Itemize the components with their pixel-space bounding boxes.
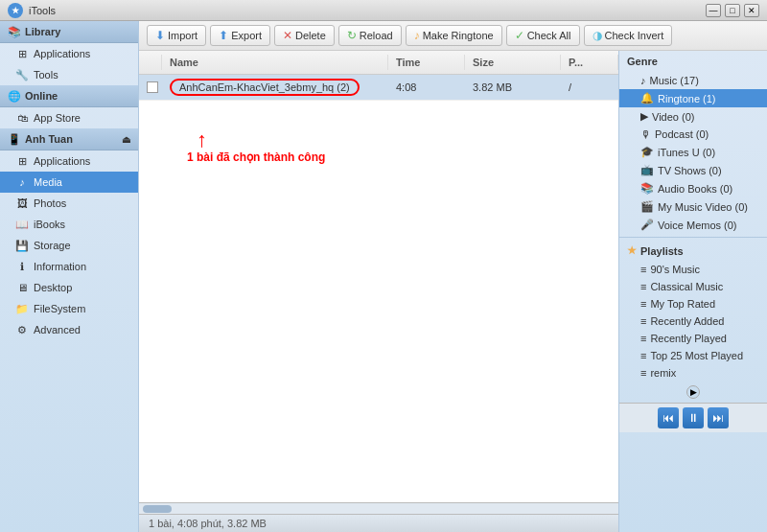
music-video-icon: 🎬: [640, 200, 654, 213]
genre-video[interactable]: ▶ Video (0): [619, 107, 767, 126]
delete-button[interactable]: ✕ Delete: [274, 25, 335, 46]
sidebar-item-media[interactable]: ♪ Media: [0, 172, 138, 193]
genre-header: Genre: [619, 51, 767, 72]
sidebar-section-library: 📚 Library: [0, 21, 138, 43]
table-row[interactable]: AnhCanEm-KhacViet_3ebmy_hq (2) 4:08 3.82…: [139, 75, 618, 101]
annotation-text: 1 bài đã chọn thành công: [187, 150, 325, 164]
table-header: Name Time Size P...: [139, 51, 618, 75]
playlist-icon-0: ≡: [640, 264, 646, 275]
playlist-90s-music[interactable]: ≡ 90's Music: [619, 261, 767, 278]
cell-checkbox[interactable]: [139, 78, 162, 97]
toolbar: ⬇ Import ⬆ Export ✕ Delete ↻ Reload ♪ Ma…: [139, 21, 767, 51]
window-controls[interactable]: — □ ✕: [706, 4, 759, 17]
delete-icon: ✕: [283, 29, 292, 42]
genre-itunes-u[interactable]: 🎓 iTunes U (0): [619, 143, 767, 161]
sidebar-item-storage[interactable]: 💾 Storage: [0, 235, 138, 256]
desktop-icon: 🖥: [15, 281, 29, 294]
genre-voice-memos[interactable]: 🎤 Voice Memos (0): [619, 216, 767, 234]
col-checkbox: [139, 55, 162, 70]
check-all-button[interactable]: ✓ Check All: [506, 25, 580, 46]
genre-music[interactable]: ♪ Music (17): [619, 72, 767, 89]
make-ringtone-button[interactable]: ♪ Make Ringtone: [406, 25, 502, 46]
sidebar-item-applications2[interactable]: ⊞ Applications: [0, 150, 138, 172]
applications2-icon: ⊞: [15, 154, 29, 168]
tools-icon: 🔧: [15, 68, 29, 81]
playlist-icon-3: ≡: [640, 315, 646, 327]
right-panel: Genre ♪ Music (17) 🔔 Ringtone (1) ▶ Vide…: [618, 51, 767, 532]
row-checkbox[interactable]: [147, 81, 158, 93]
scroll-thumb[interactable]: [143, 505, 172, 513]
podcast-icon: 🎙: [640, 128, 651, 140]
sidebar-item-applications[interactable]: ⊞ Applications: [0, 43, 138, 64]
close-button[interactable]: ✕: [744, 4, 759, 17]
playlist-recently-played[interactable]: ≡ Recently Played: [619, 330, 767, 347]
sidebar-item-photos[interactable]: 🖼 Photos: [0, 193, 138, 214]
annotation-area: ↑ 1 bài đã chọn thành công: [139, 101, 618, 173]
sidebar-item-desktop[interactable]: 🖥 Desktop: [0, 277, 138, 298]
import-button[interactable]: ⬇ Import: [147, 25, 206, 46]
media-icon: ♪: [15, 175, 29, 189]
status-bar: 1 bài, 4:08 phút, 3.82 MB: [139, 514, 618, 532]
export-button[interactable]: ⬆ Export: [210, 25, 270, 46]
playlist-icon-1: ≡: [640, 281, 646, 292]
title-bar: ★ iTools — □ ✕: [0, 0, 767, 21]
sidebar-item-information[interactable]: ℹ Information: [0, 256, 138, 277]
audiobooks-icon: 📚: [640, 182, 654, 195]
ringtone-icon: ♪: [414, 29, 420, 42]
sidebar-item-filesystem[interactable]: 📁 FileSystem: [0, 298, 138, 319]
col-name[interactable]: Name: [162, 55, 388, 70]
import-icon: ⬇: [155, 29, 165, 42]
device-eject-icon[interactable]: ⏏: [122, 134, 130, 145]
sidebar-item-tools[interactable]: 🔧 Tools: [0, 64, 138, 85]
app-title: iTools: [29, 5, 56, 16]
playlist-top-rated[interactable]: ≡ My Top Rated: [619, 295, 767, 312]
cell-name: AnhCanEm-KhacViet_3ebmy_hq (2): [162, 75, 388, 100]
right-panel-scroll-btn[interactable]: ▶: [686, 385, 700, 399]
app-store-icon: 🛍: [15, 111, 29, 125]
genre-tv-shows[interactable]: 📺 TV Shows (0): [619, 161, 767, 179]
play-pause-button[interactable]: ⏸: [683, 407, 704, 428]
genre-ringtone[interactable]: 🔔 Ringtone (1): [619, 89, 767, 107]
next-button[interactable]: ⏭: [708, 407, 729, 428]
device-icon: 📱: [8, 132, 21, 146]
library-icon: 📚: [8, 25, 21, 38]
col-size[interactable]: Size: [465, 55, 561, 70]
playlist-recently-added[interactable]: ≡ Recently Added: [619, 312, 767, 330]
reload-button[interactable]: ↻ Reload: [338, 25, 402, 46]
cell-time: 4:08: [388, 78, 465, 97]
genre-audiobooks[interactable]: 📚 Audio Books (0): [619, 179, 767, 197]
minimize-button[interactable]: —: [706, 4, 721, 17]
maximize-button[interactable]: □: [725, 4, 740, 17]
prev-button[interactable]: ⏮: [658, 407, 679, 428]
export-icon: ⬆: [219, 29, 228, 42]
genre-podcast[interactable]: 🎙 Podcast (0): [619, 126, 767, 143]
status-text: 1 bài, 4:08 phút, 3.82 MB: [149, 518, 267, 529]
sidebar-item-app-store[interactable]: 🛍 App Store: [0, 107, 138, 128]
playlist-icon-6: ≡: [640, 367, 646, 379]
annotation: ↑ 1 bài đã chọn thành công: [187, 129, 599, 164]
ringtone-genre-icon: 🔔: [640, 92, 654, 104]
genre-music-video[interactable]: 🎬 My Music Video (0): [619, 197, 767, 216]
itunes-u-icon: 🎓: [640, 146, 654, 158]
check-invert-button[interactable]: ◑ Check Invert: [584, 25, 673, 46]
app-icon: ★: [8, 3, 23, 18]
playlist-classical[interactable]: ≡ Classical Music: [619, 278, 767, 295]
check-all-icon: ✓: [515, 29, 524, 42]
cell-p: /: [561, 78, 618, 97]
col-time[interactable]: Time: [388, 55, 465, 70]
playlist-icon-5: ≡: [640, 350, 646, 361]
arrow-up-icon: ↑: [197, 129, 207, 150]
sidebar-section-device: 📱 Anh Tuan ⏏: [0, 128, 138, 150]
sidebar-item-ibooks[interactable]: 📖 iBooks: [0, 214, 138, 235]
playlist-remix[interactable]: ≡ remix: [619, 364, 767, 382]
sidebar: 📚 Library ⊞ Applications 🔧 Tools 🌐 Onlin…: [0, 21, 139, 532]
horizontal-scrollbar[interactable]: [139, 502, 618, 514]
reload-icon: ↻: [347, 29, 357, 42]
sidebar-item-advanced[interactable]: ⚙ Advanced: [0, 319, 138, 340]
table-body: AnhCanEm-KhacViet_3ebmy_hq (2) 4:08 3.82…: [139, 75, 618, 502]
playlist-top25[interactable]: ≡ Top 25 Most Played: [619, 347, 767, 364]
video-icon: ▶: [640, 110, 648, 123]
storage-icon: 💾: [15, 239, 29, 252]
voice-memos-icon: 🎤: [640, 219, 654, 231]
photos-icon: 🖼: [15, 197, 29, 210]
